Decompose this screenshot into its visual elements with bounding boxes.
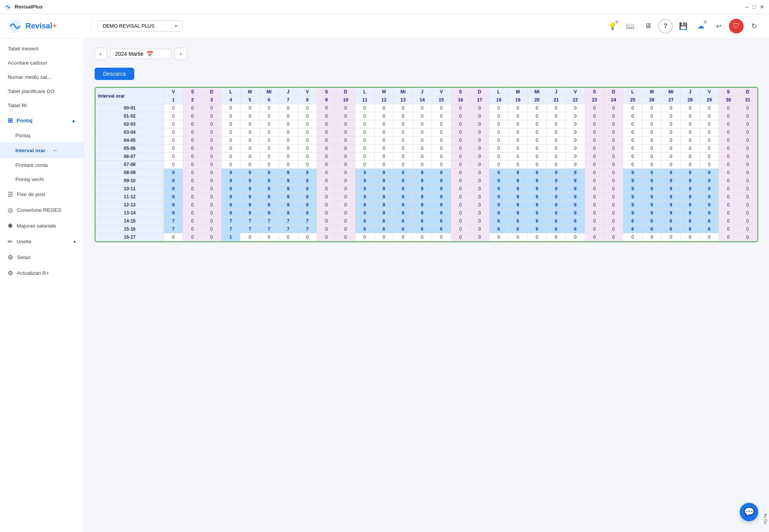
book-btn[interactable]: 📖 [623,19,637,33]
company-selector[interactable]: DEMO REVISAL PLUS ▾ [98,20,182,32]
cell-01-02-7: 0 [279,112,298,120]
cell-16-17-15: 0 [432,233,451,241]
cell-06-07-28: 0 [681,153,700,161]
cloud-btn[interactable]: ☁ [694,19,708,33]
table-row: 02-030000000000000000000000000000000 [96,120,757,128]
cell-03-04-1: 0 [164,128,183,136]
cell-05-06-16: 0 [451,145,470,153]
cell-01-02-9: 0 [317,112,336,120]
sidebar-item-fise-de-post[interactable]: ☰ Fise de post [0,186,83,202]
cell-08-09-5: 9 [240,169,260,177]
cell-03-04-13: 0 [394,128,413,136]
cell-02-03-16: 0 [451,120,470,128]
interval-label-14-15: 14-15 [96,217,164,225]
majorari-icon: ✱ [8,222,13,229]
refresh-btn[interactable]: ↻ [747,19,761,33]
cell-03-04-27: 0 [661,128,681,136]
cell-04-05-4: 0 [221,136,240,145]
cell-12-13-6: 9 [260,201,279,209]
sidebar-item-printare-conta[interactable]: Printare conta [0,158,83,172]
maximize-btn[interactable]: □ [753,4,756,10]
cell-13-14-28: 9 [681,209,700,217]
sidebar-item-tabel-planificare-co[interactable]: Tabel planificare CO [0,84,83,98]
sidebar-item-tabel-ri[interactable]: Tabel RI [0,98,83,113]
download-btn[interactable]: Descarca [95,68,134,80]
cell-09-10-29: 9 [700,177,719,185]
cell-07-08-30: 0 [719,161,738,169]
cell-02-03-20: 0 [527,120,547,128]
sidebar: Tabel meserii Acordare cadouri Numar med… [0,38,84,532]
date-input[interactable]: 2024 Martie 📅 [110,49,172,59]
cell-13-14-12: 9 [374,209,394,217]
cell-06-07-2: 0 [183,153,202,161]
sidebar-label-fise-de-post: Fise de post [17,191,45,197]
cell-15-16-9: 0 [317,225,336,233]
cell-04-05-3: 0 [202,136,221,145]
cell-16-17-30: 0 [719,233,738,241]
cell-00-01-28: 0 [681,104,700,112]
cell-10-11-26: 9 [642,185,662,193]
cell-02-03-17: 0 [470,120,489,128]
cell-01-02-22: 0 [566,112,585,120]
sidebar-label-unelte: Unelte [17,239,32,244]
header-day-14: J [413,88,432,96]
cell-07-08-4: 0 [221,161,240,169]
cell-01-02-4: 0 [221,112,240,120]
back-btn[interactable]: ↩ [711,19,726,33]
sidebar-item-interval-orar[interactable]: Interval orar ← [0,143,83,158]
sidebar-item-unelte[interactable]: ✏ Unelte ▾ [0,234,83,249]
sidebar-item-actualizari-r[interactable]: ⚙ Actualizari R+ [0,265,83,281]
shield-btn[interactable]: 🛡 [729,19,744,33]
monitor-btn[interactable]: 🖥 [641,19,655,33]
cell-12-13-9: 0 [317,201,336,209]
table-row: 15-167007777700666660066666006666600 [96,225,757,233]
window-controls[interactable]: ─ □ ✕ [745,4,764,10]
sidebar-item-pontaj[interactable]: ⊞ Pontaj ▲ [0,113,83,128]
next-month-btn[interactable]: › [175,48,187,60]
header-num-5: 5 [240,96,260,104]
cell-03-04-7: 0 [279,128,298,136]
cell-02-03-21: 0 [547,120,566,128]
prev-month-btn[interactable]: ‹ [95,48,107,60]
cell-01-02-31: 0 [738,112,757,120]
header-day-23: S [585,88,604,96]
sidebar-item-tabel-meserii[interactable]: Tabel meserii [0,42,83,56]
sidebar-item-conexiune-reges[interactable]: ◎ Conexiune REGES [0,202,83,218]
cell-13-14-16: 0 [451,209,470,217]
cell-04-05-25: 0 [623,136,642,145]
cell-12-13-27: 9 [661,201,681,209]
cell-05-06-10: 0 [336,145,355,153]
cell-09-10-4: 9 [221,177,240,185]
cell-10-11-2: 0 [183,185,202,193]
header-num-2: 2 [183,96,202,104]
cell-14-15-26: 6 [642,217,662,225]
cell-11-12-23: 0 [585,193,604,201]
cell-03-04-28: 0 [681,128,700,136]
cell-10-11-3: 0 [202,185,221,193]
lightbulb-btn[interactable]: 💡 [605,19,620,33]
sidebar-item-acordare-cadouri[interactable]: Acordare cadouri [0,56,83,70]
header-day-5: M [240,88,260,96]
help-btn[interactable]: ? [658,19,673,33]
cell-11-12-1: 9 [164,193,183,201]
cell-07-08-11: 0 [355,161,374,169]
cell-11-12-19: 9 [508,193,527,201]
save-btn[interactable]: 💾 [676,19,691,33]
header-day-8: V [298,88,317,96]
cell-15-16-20: 6 [527,225,547,233]
sidebar-item-pontaj-vechi[interactable]: Pontaj vechi [0,172,83,186]
minimize-btn[interactable]: ─ [745,4,749,10]
cell-03-04-26: 0 [642,128,662,136]
sidebar-item-pontaj-sub[interactable]: Pontaj [0,128,83,143]
cell-16-17-29: 0 [700,233,719,241]
sidebar-item-setari[interactable]: ⚙ Setari [0,249,83,265]
cell-15-16-11: 6 [355,225,374,233]
cell-09-10-6: 9 [260,177,279,185]
cell-15-16-25: 6 [623,225,642,233]
chat-bubble-btn[interactable]: 💬 [740,503,758,521]
cell-11-12-31: 0 [738,193,757,201]
close-btn[interactable]: ✕ [760,4,764,10]
cell-13-14-25: 9 [623,209,642,217]
sidebar-item-majorari-salariale[interactable]: ✱ Majorari salariale [0,218,83,234]
sidebar-item-numar-mediu-sal[interactable]: Numar mediu sal... [0,70,83,84]
